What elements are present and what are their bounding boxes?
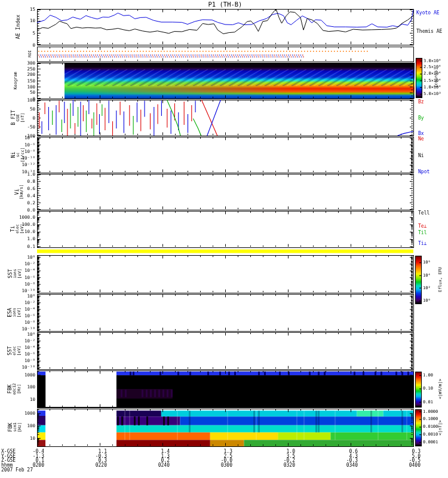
y-tick-label-keogram: 300 [17, 60, 35, 66]
y-tick-label-keogram: 50 [17, 90, 35, 95]
legend-ti-Tell: Tell [418, 210, 429, 216]
legend-ae-Themis AE: Themis AE [416, 29, 442, 34]
legend-ti-Ti⊥: Ti⊥ [418, 241, 426, 246]
y-tick-label-sst_elec: 10⁻² [17, 338, 35, 344]
y-tick-label-ae: 5 [17, 30, 35, 36]
colorbar-tick-keogram: 3.0×10⁴ [424, 59, 441, 63]
x-value-hhmm: 0340 [332, 462, 358, 468]
y-tick-label-fbk_scm1: 1000 [17, 410, 35, 416]
y-tick-label-ti: 0.1 [17, 244, 35, 249]
y-tick-label-keogram: 200 [17, 72, 35, 77]
y-tick-label-ti: 10.0 [17, 229, 35, 234]
legend-bfit-Bz: Bz [418, 99, 424, 105]
y-tick-label-ae: 10 [17, 18, 35, 23]
x-value-hhmm: 0320 [269, 462, 295, 468]
y-tick-label-sst_ions: 10⁻⁸ [17, 281, 35, 287]
y-tick-label-esa_ions: 10⁻⁸ [17, 320, 35, 325]
legend-ti-Til: Til [418, 230, 426, 235]
colorbar-tick-fbk_scm1: 0.0001 [423, 440, 438, 445]
y-tick-label-sst_elec: 10⁻¹⁰ [17, 364, 35, 370]
legend-bfit-By: By [418, 115, 424, 121]
colorbar-unit-mvm: <|mV/m|> [438, 371, 443, 407]
y-tick-label-sst_elec: 10⁻⁶ [17, 351, 35, 357]
y-tick-label-vi: 0.2 [17, 200, 35, 206]
y-tick-label-ni: 10⁻⁸ [17, 149, 35, 154]
date-label: 2007 Feb 27 [1, 467, 33, 473]
y-tick-label-bfit: 100 [17, 97, 35, 103]
y-tick-label-ae: 15 [17, 7, 35, 12]
y-tick-label-keogram: 250 [17, 66, 35, 72]
y-tick-label-ni: 10⁻⁶ [17, 142, 35, 148]
y-tick-label-ni: 10⁻¹² [17, 162, 35, 167]
y-tick-label-keogram: 100 [17, 84, 35, 90]
y-tick-label-fbk_edc12: 1000 [17, 372, 35, 378]
colorbar-tick-sst: 10⁴ [423, 273, 431, 278]
x-value-hhmm: 0200 [18, 462, 44, 468]
legend-ni-Npot: Npot [418, 169, 429, 174]
figure-root: P1 (TH-B) AE Index ROI Keogram B FITGSE[… [0, 0, 448, 478]
y-tick-label-bfit: -50 [17, 124, 35, 130]
y-tick-label-fbk_edc12: 10 [17, 397, 35, 402]
y-tick-label-sst_ions: 10⁻⁴ [17, 268, 35, 273]
y-tick-label-ae: 0 [17, 42, 35, 48]
colorbar-tick-keogram: 2.0×10⁴ [424, 71, 441, 76]
legend-ae-Kyoto AE: Kyoto AE [416, 10, 440, 16]
colorbar-tick-fbk_scm1: 0.1000 [423, 416, 438, 421]
colorbar-unit-eflux: Eflux, EFU [438, 259, 443, 301]
colorbar-tick-fbk_scm1: 1.0000 [423, 409, 438, 414]
colorbar-tick-fbk_edc12: 0.10 [423, 386, 433, 391]
y-tick-label-sst_ions: 10⁰ [17, 255, 35, 260]
colorbar-tick-sst: 10⁰ [423, 298, 431, 303]
colorbar-tick-keogram: 5.0×10³ [424, 91, 441, 96]
ylabel-roi: ROI [27, 46, 32, 62]
colorbar-tick-sst: 10² [423, 286, 431, 290]
x-value-hhmm: 0400 [394, 462, 421, 468]
x-value-hhmm: 0240 [143, 462, 170, 468]
legend-ni-Ne: Ne [418, 136, 424, 142]
y-tick-label-fbk_scm1: 100 [17, 423, 35, 428]
colorbar-unit-nt: <|nT|> [438, 410, 443, 446]
y-tick-label-keogram: 150 [17, 78, 35, 84]
colorbar-tick-fbk_scm1: 0.0100 [423, 424, 438, 429]
legend-ni-Ni: Ni [418, 153, 424, 158]
y-tick-label-esa_ions: 10⁻⁴ [17, 307, 35, 312]
y-tick-label-vi: 0.4 [17, 193, 35, 198]
y-tick-label-sst_elec: 10⁰ [17, 332, 35, 337]
y-tick-label-ni: 10⁻⁴ [17, 135, 35, 140]
y-tick-label-sst_ions: 10⁻² [17, 261, 35, 266]
legend-bfit-Bx: Bx [418, 131, 424, 136]
y-tick-label-sst_elec: 10⁻⁸ [17, 358, 35, 363]
y-tick-label-vi: 0.6 [17, 186, 35, 191]
y-tick-label-esa_ions: 10⁻² [17, 300, 35, 305]
y-tick-label-bfit: 0 [17, 115, 35, 121]
y-tick-label-ni: 10⁻¹⁰ [17, 155, 35, 161]
legend-ti-Te⊥: Te⊥ [418, 223, 426, 229]
y-tick-label-sst_ions: 10⁻⁶ [17, 275, 35, 280]
y-tick-label-esa_ions: 10⁻⁶ [17, 313, 35, 318]
y-tick-label-sst_elec: 10⁻⁴ [17, 345, 35, 350]
colorbar-tick-keogram: 1.5×10⁴ [424, 78, 441, 83]
y-tick-label-ti: 1000.0 [17, 215, 35, 220]
y-tick-label-vi: 0.8 [17, 179, 35, 184]
y-tick-label-esa_ions: 10⁰ [17, 293, 35, 299]
y-tick-label-vi: 0.0 [17, 207, 35, 213]
colorbar-tick-sst: 10⁶ [423, 260, 431, 265]
plot-canvas [0, 0, 448, 478]
y-tick-label-ti: 100.0 [17, 222, 35, 227]
colorbar-tick-keogram: 2.5×10⁴ [424, 65, 441, 69]
page-title: P1 (TH-B) [37, 1, 413, 8]
y-tick-label-fbk_edc12: 100 [17, 384, 35, 390]
x-value-hhmm: 0220 [81, 462, 107, 468]
y-tick-label-ti: 1.0 [17, 236, 35, 241]
y-tick-label-bfit: 50 [17, 106, 35, 112]
ylabel-ae-index: AE Index [16, 9, 20, 45]
y-tick-label-vi: 1.0 [17, 171, 35, 177]
ylabel-sst-ions: SSTions[eV] [8, 255, 22, 293]
colorbar-tick-fbk_scm1: 0.0010 [423, 432, 438, 437]
colorbar-tick-fbk_edc12: 1.00 [423, 373, 433, 378]
y-tick-label-fbk_scm1: 10 [17, 436, 35, 441]
x-value-hhmm: 0300 [206, 462, 232, 468]
colorbar-tick-fbk_edc12: 0.01 [423, 400, 433, 405]
colorbar-tick-keogram: 1.0×10⁴ [424, 85, 441, 90]
